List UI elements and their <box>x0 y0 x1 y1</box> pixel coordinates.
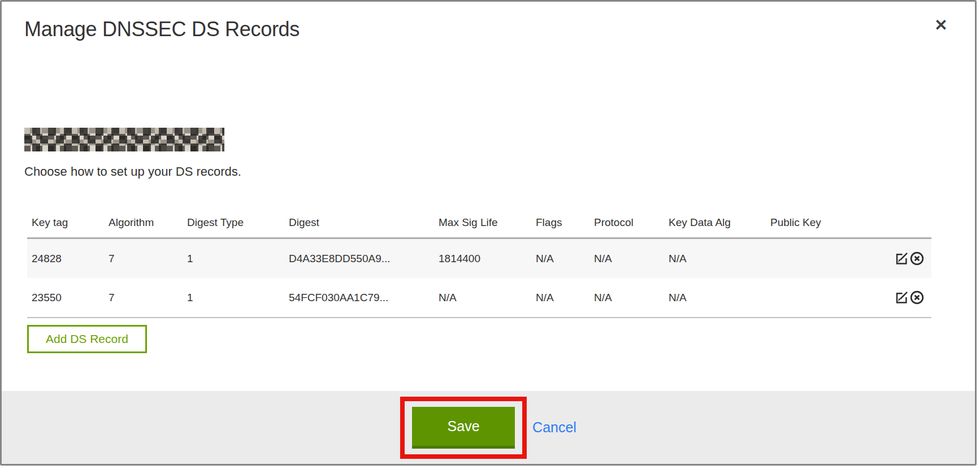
edit-record-icon[interactable] <box>894 251 909 266</box>
delete-record-icon[interactable] <box>909 290 925 305</box>
page-title: Manage DNSSEC DS Records <box>24 18 300 41</box>
column-header-flags: Flags <box>531 211 589 238</box>
cell-key-data-alg: N/A <box>664 278 766 318</box>
cell-key-tag: 24828 <box>27 238 104 279</box>
column-header-algorithm: Algorithm <box>104 211 183 238</box>
annotation-highlight-box: Save <box>400 397 527 459</box>
cell-digest-type: 1 <box>183 238 284 279</box>
table-header-row: Key tag Algorithm Digest Type Digest Max… <box>27 211 931 238</box>
cell-key-data-alg: N/A <box>664 238 766 279</box>
column-header-public-key: Public Key <box>766 211 851 238</box>
add-ds-record-button[interactable]: Add DS Record <box>27 325 147 353</box>
table-row: 24828 7 1 D4A33E8DD550A9... 1814400 N/A … <box>27 238 931 279</box>
dnssec-modal: Manage DNSSEC DS Records ✕ Choose how to… <box>0 0 977 466</box>
redacted-domain-name <box>24 128 224 151</box>
cell-flags: N/A <box>531 278 589 318</box>
column-header-digest: Digest <box>284 211 434 238</box>
modal-footer: Save Cancel <box>2 391 975 464</box>
column-header-protocol: Protocol <box>589 211 664 238</box>
column-header-digest-type: Digest Type <box>183 211 284 238</box>
cell-max-sig-life: N/A <box>434 278 531 318</box>
edit-record-icon[interactable] <box>894 290 909 305</box>
cell-key-tag: 23550 <box>27 278 104 318</box>
cell-public-key <box>766 278 851 318</box>
cell-flags: N/A <box>531 238 589 279</box>
cell-digest: D4A33E8DD550A9... <box>284 238 434 279</box>
cell-digest-type: 1 <box>183 278 284 318</box>
delete-record-icon[interactable] <box>909 251 925 266</box>
column-header-max-sig-life: Max Sig Life <box>434 211 531 238</box>
close-icon[interactable]: ✕ <box>933 18 949 33</box>
cell-algorithm: 7 <box>104 238 183 279</box>
cell-public-key <box>766 238 851 279</box>
intro-text: Choose how to set up your DS records. <box>24 164 241 179</box>
column-header-key-tag: Key tag <box>27 211 104 238</box>
cell-protocol: N/A <box>589 278 664 318</box>
column-header-key-data-alg: Key Data Alg <box>664 211 766 238</box>
save-button[interactable]: Save <box>412 407 515 449</box>
cell-protocol: N/A <box>589 238 664 279</box>
cancel-link[interactable]: Cancel <box>532 419 576 436</box>
cell-max-sig-life: 1814400 <box>434 238 531 279</box>
column-header-actions <box>851 211 931 238</box>
table-row: 23550 7 1 54FCF030AA1C79... N/A N/A N/A … <box>27 278 931 318</box>
cell-algorithm: 7 <box>104 278 183 318</box>
cell-digest: 54FCF030AA1C79... <box>284 278 434 318</box>
ds-records-table: Key tag Algorithm Digest Type Digest Max… <box>27 211 931 318</box>
